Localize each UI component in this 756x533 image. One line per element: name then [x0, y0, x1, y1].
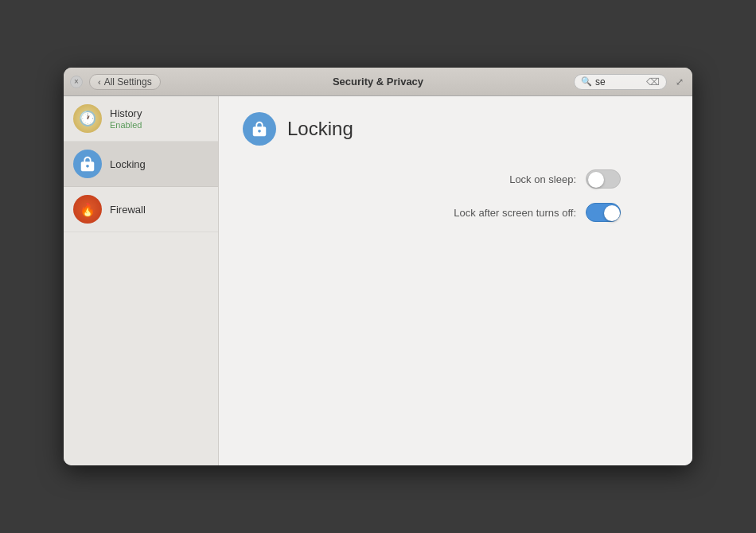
panel-title: Locking — [287, 118, 353, 140]
lock-after-screen-label: Lock after screen turns off: — [454, 207, 576, 219]
locking-icon — [73, 150, 102, 178]
titlebar: × ‹ All Settings Security & Privacy 🔍 ⌫ … — [64, 68, 692, 96]
lock-on-sleep-label: Lock on sleep: — [509, 173, 576, 185]
search-input[interactable] — [595, 76, 643, 88]
window-title: Security & Privacy — [333, 76, 423, 88]
history-sublabel: Enabled — [110, 120, 142, 130]
sidebar: 🕐 History Enabled Locking — [64, 96, 219, 465]
clear-search-button[interactable]: ⌫ — [646, 76, 660, 88]
chevron-left-icon: ‹ — [98, 77, 101, 87]
locking-label: Locking — [110, 158, 146, 170]
main-window: × ‹ All Settings Security & Privacy 🔍 ⌫ … — [64, 68, 692, 465]
close-button[interactable]: × — [70, 76, 83, 88]
search-icon: 🔍 — [581, 76, 592, 87]
history-icon: 🕐 — [73, 104, 102, 133]
sidebar-item-history[interactable]: 🕐 History Enabled — [64, 96, 218, 142]
lock-on-sleep-toggle[interactable] — [586, 169, 621, 189]
toggle-knob-2 — [604, 205, 620, 221]
lock-after-screen-row: Lock after screen turns off: — [243, 203, 668, 222]
panel-header: Locking — [243, 112, 668, 146]
back-button[interactable]: ‹ All Settings — [89, 74, 161, 90]
toggle-knob — [588, 172, 604, 188]
firewall-icon: 🔥 — [73, 195, 102, 224]
sidebar-item-firewall[interactable]: 🔥 Firewall — [64, 187, 218, 232]
main-panel: Locking Lock on sleep: Lock after screen… — [219, 96, 692, 465]
expand-button[interactable]: ⤢ — [673, 76, 686, 88]
history-label: History — [110, 107, 142, 119]
panel-icon — [243, 112, 276, 146]
content-area: 🕐 History Enabled Locking — [64, 96, 692, 465]
firewall-label: Firewall — [110, 204, 146, 216]
search-box[interactable]: 🔍 ⌫ — [574, 74, 667, 90]
lock-on-sleep-row: Lock on sleep: — [243, 169, 668, 189]
lock-after-screen-toggle[interactable] — [586, 203, 621, 222]
sidebar-item-locking[interactable]: Locking — [64, 142, 218, 187]
